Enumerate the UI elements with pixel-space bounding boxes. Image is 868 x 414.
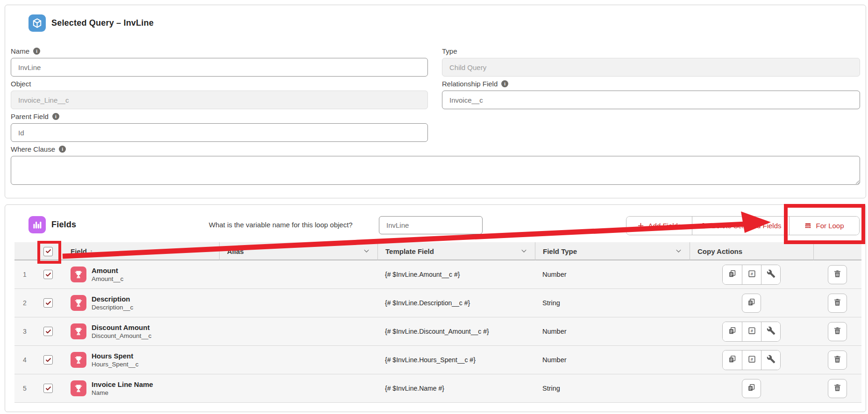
row-checkbox[interactable]	[43, 327, 53, 336]
field-names: Discount AmountDiscount_Amount__c	[92, 323, 151, 340]
expression-action-button[interactable]: #	[742, 265, 761, 284]
trophy-icon	[71, 295, 86, 311]
row-checkbox[interactable]	[43, 298, 53, 308]
trash-icon	[833, 269, 842, 280]
field-api-name: Description__c	[92, 303, 133, 311]
table-row: 1AmountAmount__c{# $InvLine.Amount__c #}…	[14, 260, 861, 289]
delete-selected-fields-button[interactable]: Delete Selected Fields	[692, 217, 789, 235]
row-checkbox-cell	[35, 384, 61, 393]
copy-action-button[interactable]	[742, 379, 761, 398]
where-clause-label: Where Clause i	[11, 144, 860, 154]
row-checkbox-cell	[35, 270, 61, 279]
field-names: AmountAmount__c	[92, 267, 123, 283]
row-checkbox-cell	[35, 355, 61, 365]
delete-row-button[interactable]	[828, 294, 847, 313]
wrench-action-button[interactable]	[761, 351, 780, 370]
field-cell: Hours SpentHours_Spent__c	[61, 352, 219, 368]
check-icon	[45, 248, 51, 254]
expression-action-button[interactable]: #	[742, 351, 761, 370]
copy-actions-group: #	[722, 322, 781, 342]
copy-action-button[interactable]	[723, 322, 742, 341]
trophy-icon	[71, 380, 86, 396]
info-icon[interactable]: i	[52, 113, 59, 120]
copy-action-button[interactable]	[723, 265, 742, 284]
field-label: Amount	[92, 267, 123, 275]
chevron-down-icon[interactable]	[675, 247, 682, 256]
field-type-cell: String	[535, 385, 690, 392]
delete-row-button[interactable]	[828, 351, 847, 370]
query-panel-title: Selected Query – InvLine	[51, 18, 154, 28]
column-header-actions-empty	[813, 242, 861, 260]
field-label: Hours Spent	[92, 352, 139, 360]
type-input	[442, 58, 860, 77]
column-header-field[interactable]: Field ↑	[61, 247, 219, 255]
trash-icon	[833, 326, 842, 337]
template-field-cell: {# $InvLine.Name #}	[377, 385, 535, 392]
plus-icon	[637, 222, 644, 229]
row-checkbox[interactable]	[43, 384, 53, 393]
copy-action-button[interactable]	[742, 294, 761, 313]
delete-row-button[interactable]	[828, 379, 847, 398]
row-number: 5	[14, 385, 35, 392]
name-input[interactable]	[11, 58, 428, 77]
trash-icon	[833, 355, 842, 365]
add-fields-button[interactable]: Add Fields	[626, 217, 692, 235]
chevron-down-icon[interactable]	[363, 247, 370, 256]
delete-row-button[interactable]	[828, 265, 847, 284]
relationship-field-input[interactable]	[442, 91, 860, 109]
copy-actions-cell	[690, 294, 813, 313]
name-label: Name i	[11, 46, 428, 56]
field-names: Hours SpentHours_Spent__c	[92, 352, 139, 368]
field-api-name: Discount_Amount__c	[92, 332, 151, 340]
field-cell: DescriptionDescription__c	[61, 295, 219, 311]
field-cell: Invoice Line NameName	[61, 380, 219, 397]
where-clause-textarea[interactable]	[11, 156, 860, 185]
wrench-action-button[interactable]	[761, 322, 780, 341]
row-checkbox[interactable]	[43, 355, 53, 365]
for-loop-button[interactable]: For Loop	[789, 217, 859, 235]
trash-icon	[700, 222, 707, 229]
column-header-alias[interactable]: Alias	[219, 242, 377, 260]
copy-actions-cell	[690, 379, 813, 398]
trophy-icon	[71, 352, 86, 368]
loop-variable-question: What is the variable name for this loop …	[209, 221, 353, 229]
query-panel-header: Selected Query – InvLine	[28, 14, 154, 32]
field-type-cell: Number	[535, 328, 690, 335]
delete-row-button[interactable]	[828, 322, 847, 341]
template-field-cell: {# $InvLine.Amount__c #}	[377, 271, 535, 278]
info-icon[interactable]: i	[59, 146, 66, 153]
select-all-checkbox[interactable]	[43, 247, 53, 256]
column-header-template-field[interactable]: Template Field	[377, 242, 535, 260]
delete-cell	[813, 265, 861, 284]
svg-text:#: #	[750, 271, 753, 276]
trophy-icon	[71, 267, 86, 282]
wrench-icon	[767, 326, 776, 337]
delete-cell	[813, 351, 861, 370]
info-icon[interactable]: i	[33, 48, 40, 55]
fields-toolbar: Add Fields Delete Selected Fields For Lo…	[626, 216, 860, 235]
delete-cell	[813, 322, 861, 341]
loop-variable-input[interactable]	[379, 216, 483, 234]
wrench-action-button[interactable]	[761, 265, 780, 284]
copy-actions-cell: #	[690, 322, 813, 342]
object-label: Object	[11, 79, 428, 88]
copy-icon	[747, 298, 756, 308]
field-names: Invoice Line NameName	[92, 380, 153, 397]
expression-hash-icon: #	[747, 269, 756, 280]
fields-panel: Fields What is the variable name for thi…	[5, 204, 866, 412]
fields-icon	[28, 216, 46, 233]
field-api-name: Name	[92, 389, 153, 397]
row-checkbox[interactable]	[43, 270, 53, 279]
svg-text:#: #	[750, 357, 753, 362]
trophy-icon	[71, 323, 86, 339]
column-header-field-type[interactable]: Field Type	[535, 242, 690, 260]
info-icon[interactable]: i	[501, 80, 508, 87]
parent-field-input[interactable]	[11, 123, 428, 142]
field-cell: Discount AmountDiscount_Amount__c	[61, 323, 219, 340]
row-number: 4	[14, 356, 35, 364]
chevron-down-icon[interactable]	[520, 247, 527, 256]
copy-actions-group: #	[722, 350, 781, 370]
row-number: 3	[14, 328, 35, 335]
copy-action-button[interactable]	[723, 351, 742, 370]
expression-action-button[interactable]: #	[742, 322, 761, 341]
